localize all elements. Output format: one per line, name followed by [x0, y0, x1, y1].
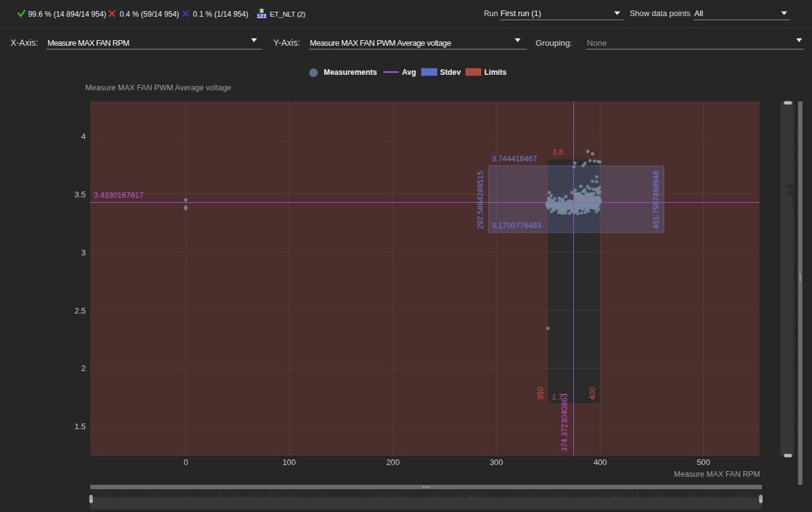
svg-text:Run: Run	[484, 9, 498, 18]
svg-text:First run (1): First run (1)	[500, 9, 541, 18]
svg-text:Y-Axis:: Y-Axis:	[273, 38, 300, 48]
svg-text:500: 500	[697, 458, 711, 467]
svg-text:300: 300	[490, 458, 503, 467]
svg-text:3.744418467: 3.744418467	[492, 155, 537, 163]
svg-text:Measure MAX FAN PWM Average vo: Measure MAX FAN PWM Average voltage	[310, 38, 451, 48]
svg-text:Stdev: Stdev	[440, 68, 461, 77]
svg-text:400: 400	[594, 458, 607, 467]
svg-text:3.4330167617: 3.4330167617	[94, 191, 144, 200]
svg-text:4: 4	[81, 132, 85, 141]
svg-text:123: 123	[257, 13, 267, 19]
svg-text:400: 400	[588, 387, 597, 400]
svg-text:Limits: Limits	[484, 68, 506, 77]
svg-text:Measure MAX FAN RPM: Measure MAX FAN RPM	[48, 38, 129, 48]
svg-text:1.5: 1.5	[74, 422, 85, 431]
svg-text:Grouping:: Grouping:	[536, 38, 572, 48]
svg-text:X-Axis:: X-Axis:	[11, 38, 38, 48]
svg-text:1.7: 1.7	[552, 393, 563, 401]
svg-text:Measurements: Measurements	[324, 68, 377, 77]
svg-text:Measure MAX FAN PWM Average vo: Measure MAX FAN PWM Average voltage	[85, 83, 231, 92]
svg-text:Measure MAX FAN RPM: Measure MAX FAN RPM	[674, 470, 760, 479]
svg-text:2.5: 2.5	[74, 306, 85, 315]
svg-text:3.8: 3.8	[552, 148, 563, 156]
svg-text:292.5884286515: 292.5884286515	[476, 171, 485, 229]
svg-text:2: 2	[81, 364, 85, 373]
svg-text:All: All	[694, 9, 703, 18]
svg-text:ET_NLT (2): ET_NLT (2)	[270, 10, 306, 19]
svg-text:3: 3	[81, 248, 85, 257]
svg-text:3.1700776483: 3.1700776483	[492, 221, 542, 230]
svg-text:200: 200	[387, 458, 400, 467]
svg-text:3.5: 3.5	[74, 190, 85, 199]
svg-text:Show data points: Show data points	[630, 9, 690, 18]
svg-text:Avg: Avg	[402, 68, 416, 77]
svg-text:99.6 % (14 894/14 954): 99.6 % (14 894/14 954)	[28, 10, 106, 19]
svg-text:374.3723040863: 374.3723040863	[560, 393, 569, 452]
svg-text:100: 100	[283, 458, 296, 467]
svg-text:0: 0	[184, 458, 188, 467]
svg-text:0.1 % (1/14 954): 0.1 % (1/14 954)	[193, 10, 248, 19]
svg-text:None: None	[587, 38, 607, 48]
svg-text:0.4 % (59/14 954): 0.4 % (59/14 954)	[120, 10, 179, 19]
svg-text:350: 350	[536, 387, 545, 400]
svg-text:461.7987868948: 461.7987868948	[652, 171, 660, 229]
